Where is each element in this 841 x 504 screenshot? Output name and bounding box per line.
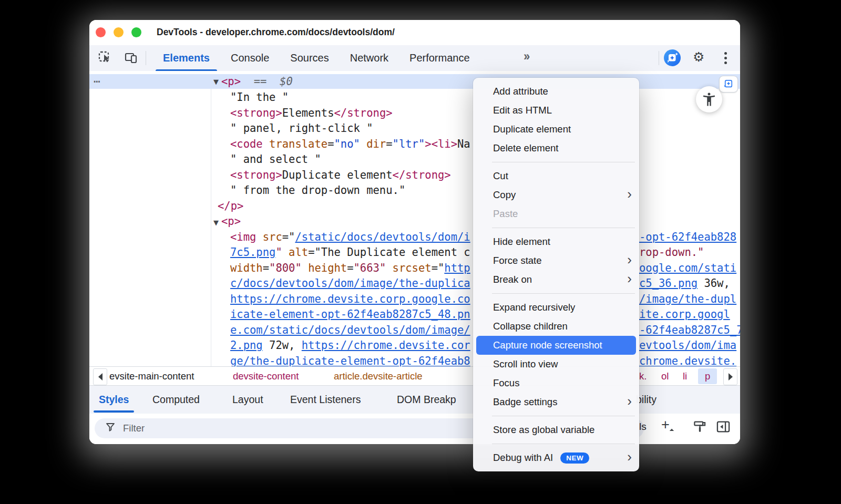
device-toolbar-icon[interactable] xyxy=(124,50,139,65)
breadcrumb-item-li[interactable]: li xyxy=(683,371,687,382)
expand-arrow-icon[interactable]: ▼ xyxy=(213,219,219,227)
breadcrumb-item-evsite-main-content[interactable]: evsite-main-content xyxy=(109,371,194,382)
dom-tree-line-fragment[interactable]: ite.corp.googl xyxy=(639,307,740,323)
menu-item-add-attribute[interactable]: Add attribute xyxy=(473,82,639,101)
breadcrumb-item-p[interactable]: p xyxy=(698,368,717,384)
dom-tree-line[interactable]: "In the " xyxy=(89,90,740,106)
breadcrumb-item-ol[interactable]: ol xyxy=(661,371,669,382)
menu-item-force-state[interactable]: Force state› xyxy=(473,251,639,270)
dom-tree-line[interactable]: <strong>Duplicate element</strong> xyxy=(89,168,740,183)
resource-link[interactable]: https://chrome.devsite.corp.google.co xyxy=(230,293,470,305)
resource-link[interactable]: icate-element-opt-62f4eab8287c5_48.pn xyxy=(230,308,470,321)
breadcrumb-scroll-right-button[interactable] xyxy=(723,368,737,385)
dom-tree-line-fragment[interactable]: rop-down." xyxy=(639,245,740,261)
dom-tree-line[interactable]: <code translate="no" dir="ltr"><li>Na xyxy=(89,137,740,152)
dom-tree-line-fragment[interactable]: chrome.devsite. xyxy=(639,354,740,367)
accessibility-person-icon[interactable] xyxy=(696,86,722,112)
tab-network[interactable]: Network xyxy=(340,45,399,71)
menu-item-break-on[interactable]: Break on› xyxy=(473,270,639,289)
inspect-icon[interactable] xyxy=(98,50,112,65)
overflow-ellipsis-icon[interactable]: … xyxy=(94,73,101,85)
resource-link[interactable]: 7c5.png xyxy=(230,246,275,259)
dom-tree-line[interactable]: <strong>Elements</strong> xyxy=(89,106,740,121)
tab-sources[interactable]: Sources xyxy=(280,45,339,71)
expand-arrow-icon[interactable]: ▼ xyxy=(213,78,219,86)
breadcrumb-scroll-left-button[interactable] xyxy=(93,368,107,385)
settings-gear-icon[interactable]: ⚙ xyxy=(693,49,704,65)
menu-item-duplicate-element[interactable]: Duplicate element xyxy=(473,120,639,139)
code-token xyxy=(386,262,392,274)
dom-tree-line-fragment[interactable]: evtools/dom/ima xyxy=(639,338,740,354)
menu-item-debug-with-ai[interactable]: Debug with AINEW› xyxy=(473,448,639,467)
resource-link[interactable]: chrome.devsite. xyxy=(639,355,736,367)
menu-item-cut[interactable]: Cut xyxy=(473,167,639,186)
dom-tree-line-fragment[interactable]: c5_36.png 36w, xyxy=(639,276,740,292)
dom-tree-line-fragment[interactable]: /image/the-dupl xyxy=(639,292,740,307)
resource-link[interactable]: -62f4eab8287c5_7 xyxy=(639,324,740,336)
menu-item-store-as-global-variable[interactable]: Store as global variable xyxy=(473,420,639,439)
breadcrumb-item-article-devsite-article[interactable]: article.devsite-article xyxy=(334,371,423,382)
menu-item-hide-element[interactable]: Hide element xyxy=(473,232,639,251)
menu-item-edit-as-html[interactable]: Edit as HTML xyxy=(473,101,639,120)
menu-item-copy[interactable]: Copy› xyxy=(473,186,639,204)
cls-button-partial[interactable]: ls xyxy=(639,421,647,433)
resource-link[interactable]: ge/the-duplicate-element-opt-62f4eab8 xyxy=(230,355,470,367)
kebab-menu-icon[interactable] xyxy=(724,52,727,66)
tab-event-listeners[interactable]: Event Listeners xyxy=(290,394,361,406)
equals-sign: == xyxy=(254,75,267,88)
tab-styles[interactable]: Styles xyxy=(99,394,129,406)
resource-link[interactable]: /static/docs/devtools/dom/i xyxy=(295,231,470,243)
minimize-window-button[interactable] xyxy=(114,27,124,37)
menu-item-focus[interactable]: Focus xyxy=(473,374,639,393)
tab-performance[interactable]: Performance xyxy=(399,45,480,71)
resource-link[interactable]: oogle.com/stati xyxy=(639,262,736,274)
code-token: <strong> xyxy=(230,169,282,181)
tab-computed[interactable]: Computed xyxy=(152,394,200,406)
selected-dom-row[interactable]: … ▼ <p> == $0 xyxy=(89,74,740,89)
resource-link[interactable]: 2.png xyxy=(230,339,263,352)
resource-link[interactable]: -opt-62f4eab828 xyxy=(639,231,736,243)
dom-tree-line[interactable]: </p> xyxy=(89,199,740,214)
paint-brush-icon[interactable] xyxy=(693,419,707,436)
menu-item-delete-element[interactable]: Delete element xyxy=(473,139,639,158)
dom-tree-line-fragment[interactable]: oogle.com/stati xyxy=(639,261,740,276)
dock-panel-icon[interactable] xyxy=(716,419,731,436)
menu-item-capture-node-screenshot[interactable]: Capture node screenshot xyxy=(476,336,636,355)
close-window-button[interactable] xyxy=(96,27,106,37)
breadcrumb-item-k[interactable]: k. xyxy=(639,371,647,382)
breadcrumb-item-devsite-content[interactable]: devsite-content xyxy=(233,371,299,382)
dom-tree-line[interactable]: ▼<p> xyxy=(89,214,740,230)
filter-input[interactable] xyxy=(122,422,282,435)
dom-tree-line[interactable]: " from the drop-down menu." xyxy=(89,183,740,199)
resource-link[interactable]: http xyxy=(444,262,470,274)
menu-item-collapse-children[interactable]: Collapse children xyxy=(473,317,639,336)
menu-item-paste: Paste xyxy=(473,204,639,223)
tab-elements[interactable]: Elements xyxy=(152,45,220,71)
more-tabs-icon[interactable]: ›› xyxy=(524,49,528,64)
ai-assistant-icon[interactable] xyxy=(664,49,679,64)
new-style-rule-button[interactable]: + xyxy=(661,417,673,433)
dom-tree-line[interactable]: " and select " xyxy=(89,152,740,168)
page: DevTools - developer.chrome.com/docs/dev… xyxy=(0,0,841,504)
resource-link[interactable]: /image/the-dupl xyxy=(639,293,736,305)
resource-link[interactable]: ite.corp.googl xyxy=(639,308,730,321)
menu-item-scroll-into-view[interactable]: Scroll into view xyxy=(473,355,639,374)
menu-item-label: Expand recursively xyxy=(493,302,575,313)
dom-tree-line[interactable]: " panel, right-click " xyxy=(89,121,740,137)
resource-link[interactable]: c/docs/devtools/dom/image/the-duplica xyxy=(230,277,470,290)
menu-item-badge-settings[interactable]: Badge settings› xyxy=(473,393,639,412)
dom-tree-line-fragment[interactable]: -62f4eab8287c5_7 xyxy=(639,323,740,338)
resource-link[interactable]: https://chrome.devsite.cor xyxy=(302,339,470,352)
resource-link[interactable]: e.com/static/docs/devtools/dom/image/ xyxy=(230,324,470,336)
resource-link[interactable]: evtools/dom/ima xyxy=(639,339,736,352)
tab-dom-breakp[interactable]: DOM Breakp xyxy=(397,394,456,406)
menu-item-expand-recursively[interactable]: Expand recursively xyxy=(473,298,639,317)
resource-link[interactable]: c5_36.png xyxy=(639,277,698,290)
dom-tree-line-fragment[interactable]: -opt-62f4eab828 xyxy=(639,230,740,245)
tab-layout[interactable]: Layout xyxy=(232,394,263,406)
selected-tag[interactable]: <p> xyxy=(221,75,241,88)
zoom-window-button[interactable] xyxy=(131,27,141,37)
code-token: = xyxy=(327,138,334,150)
tab-console[interactable]: Console xyxy=(220,45,280,71)
code-token: "no" xyxy=(334,138,360,150)
